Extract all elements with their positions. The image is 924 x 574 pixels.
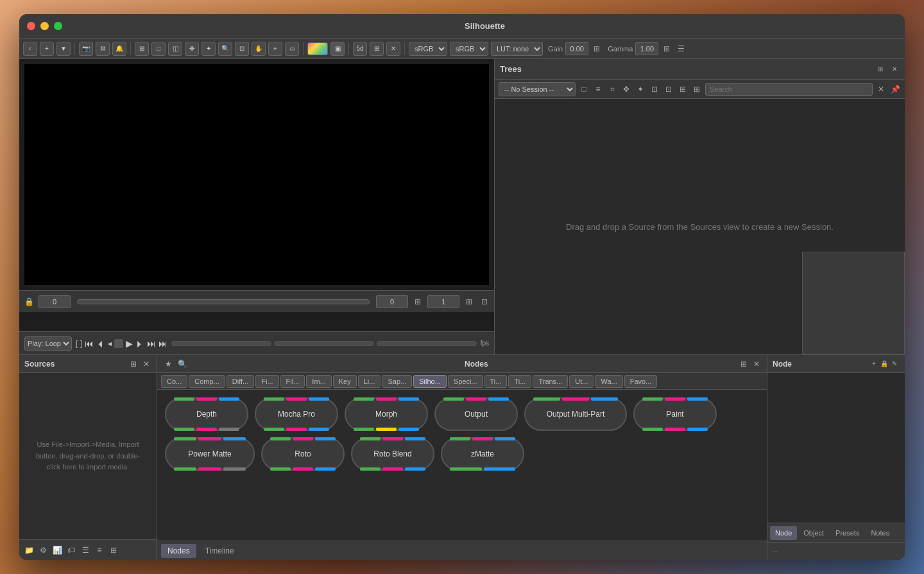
toolbar-bell[interactable]: 🔔 [112,42,126,56]
trees-icon-1[interactable]: □ [578,83,590,95]
toolbar-tool1[interactable]: ✥ [185,42,199,56]
toolbar-fit[interactable]: ⊡ [235,42,249,56]
toolbar-bars[interactable]: ☰ [675,43,687,55]
progress-bar-3[interactable] [377,341,477,346]
play-next-end[interactable]: ⏭ [158,338,167,349]
toolbar-close-x[interactable]: ✕ [386,42,400,56]
cat-tab-sap[interactable]: Sap... [382,375,412,388]
nodes-expand-btn[interactable]: ⊞ [739,359,749,369]
gain-stepper[interactable]: ⊞ [591,43,603,55]
trees-icon-8[interactable]: ⊞ [677,83,689,95]
toolbar-grid[interactable]: ⊞ [135,42,149,56]
tab-timeline[interactable]: Timeline [199,544,241,558]
cat-tab-trans[interactable]: Trans... [533,375,568,388]
trees-icon-7[interactable]: ⊡ [663,83,674,95]
cat-tab-fil[interactable]: Fil... [280,375,305,388]
extra-icon[interactable]: ⊡ [479,296,490,308]
sources-grid-icon[interactable]: ⊞ [108,544,119,556]
cat-tab-li[interactable]: Li... [358,375,381,388]
sources-expand-btn[interactable]: ⊞ [128,359,139,369]
node-zmatte[interactable]: zMatte [441,437,524,471]
cat-tab-speci[interactable]: Speci... [448,375,483,388]
cat-tab-co[interactable]: Co... [161,375,187,388]
close-button[interactable] [27,22,35,30]
toolbar-add[interactable]: + [40,42,54,56]
toolbar-camera[interactable]: 📷 [79,42,93,56]
viewer-canvas[interactable] [24,64,489,285]
gain-input[interactable] [565,42,588,55]
trees-pin-btn[interactable]: 📌 [889,83,901,95]
play-fwd-frame[interactable]: ⏵ [135,338,144,349]
play-mode-select[interactable]: Play: Loop [24,336,72,351]
sources-close-btn[interactable]: ✕ [141,359,151,369]
node-inspector-add[interactable]: + [869,359,879,369]
toolbar-color2[interactable]: ▣ [330,42,345,56]
node-paint[interactable]: Paint [633,397,717,431]
toolbar-search[interactable]: 🔍 [218,42,232,56]
cat-tab-wa[interactable]: Wa... [595,375,622,388]
np-tab-node[interactable]: Node [770,526,797,540]
sources-tag-icon[interactable]: 🏷 [65,544,77,556]
node-morph[interactable]: Morph [345,397,428,431]
np-tab-object[interactable]: Object [798,526,829,540]
play-next-icon[interactable]: ⏭ [147,338,156,349]
trees-icon-4[interactable]: ✥ [620,83,632,95]
frame-stepper-2[interactable]: ⊞ [463,296,475,308]
play-back-icon[interactable]: ◂ [108,339,112,348]
progress-bar-1[interactable] [171,341,271,346]
toolbar-settings[interactable]: ⚙ [96,42,110,56]
cat-tab-comp[interactable]: Comp... [189,375,225,388]
gamma-stepper[interactable]: ⊞ [661,43,672,55]
minimize-button[interactable] [40,22,49,30]
toolbar-dropdown[interactable]: ▼ [56,42,71,56]
toolbar-hand[interactable]: ✋ [252,42,266,56]
play-stop-icon[interactable] [114,339,123,348]
toolbar-zoom[interactable]: ⌖ [268,42,282,56]
progress-bar-2[interactable] [274,341,374,346]
play-forward-icon[interactable]: ▶ [126,338,133,349]
cat-tab-silho[interactable]: Silho... [413,375,447,388]
node-depth[interactable]: Depth [165,397,248,431]
trees-icon-5[interactable]: ✦ [635,83,646,95]
search-input[interactable] [705,83,873,96]
lut-select[interactable]: LUT: none [491,42,543,56]
node-mocha-pro[interactable]: Mocha Pro [255,397,338,431]
color-picker[interactable] [307,42,328,55]
frame-input-right[interactable] [376,295,408,308]
cat-tab-ut[interactable]: Ut... [569,375,594,388]
node-roto[interactable]: Roto [261,437,345,471]
sources-chart-icon[interactable]: 📊 [51,544,63,556]
toolbar-tool2[interactable]: ✦ [201,42,216,56]
nodes-close-btn[interactable]: ✕ [751,359,762,369]
cat-tab-favo[interactable]: Favo... [624,375,658,388]
sources-list2-icon[interactable]: ≡ [94,544,105,556]
cat-tab-key[interactable]: Key [333,375,357,388]
search-clear-btn[interactable]: ✕ [875,83,887,95]
node-roto-blend[interactable]: Roto Blend [351,437,434,471]
nodes-search-icon[interactable]: 🔍 [176,358,188,370]
sources-settings-icon[interactable]: ⚙ [37,544,49,556]
gamma-input[interactable] [635,42,658,55]
color-space-select-2[interactable]: sRGB [450,42,488,56]
node-inspector-lock[interactable]: 🔒 [879,359,889,369]
toolbar-info[interactable]: ◫ [168,42,182,56]
frame-input-left[interactable] [38,295,71,308]
toolbar-chevron[interactable]: ‹ [23,42,37,56]
play-prev-icon[interactable]: ⏮ [85,338,94,349]
cat-tab-im[interactable]: Im... [306,375,331,388]
cat-tab-ti2[interactable]: Ti... [508,375,531,388]
toolbar-expand[interactable]: ⊞ [370,42,384,56]
color-space-select-1[interactable]: sRGB [409,42,447,56]
node-output-multi[interactable]: Output Multi-Part [524,397,627,431]
toolbar-rect[interactable]: ▭ [285,42,299,56]
sources-list-icon[interactable]: ☰ [80,544,91,556]
trees-icon-3[interactable]: ⌗ [606,83,618,95]
trees-close-btn[interactable]: ✕ [889,64,900,74]
trees-icon-6[interactable]: ⊡ [649,83,660,95]
node-output[interactable]: Output [434,397,518,431]
maximize-button[interactable] [54,22,62,30]
trees-expand-btn[interactable]: ⊞ [875,64,886,74]
frame-input-3[interactable] [427,295,459,308]
nodes-star-icon[interactable]: ★ [162,358,174,370]
frame-stepper[interactable]: ⊞ [412,296,424,308]
